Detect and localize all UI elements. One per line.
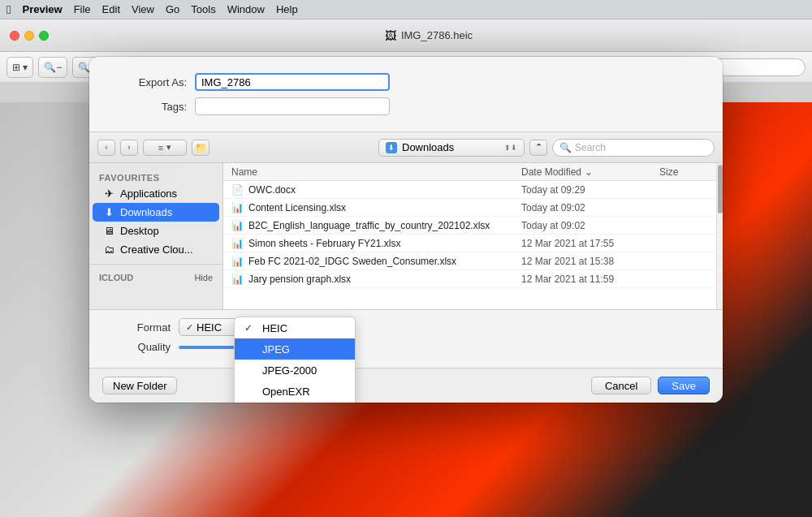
file-list-header: Name Date Modified ⌄ Size [223, 163, 716, 181]
menu-items: File Edit View Go Tools Window Help [74, 3, 298, 15]
jpeg-label: JPEG [262, 343, 290, 355]
save-dialog: Export As: Tags: ‹ › ≡ ▾ 📁 ⬇ Downloads ⬆… [89, 57, 723, 403]
icloud-header: iCloud Hide [89, 269, 222, 286]
format-row: Format ✓ HEIC ⬆⬇ ✓ HEIC JPEG JPEG-2000 [106, 318, 706, 336]
format-option-heic[interactable]: ✓ HEIC [235, 317, 355, 338]
apple-menu[interactable]:  [6, 2, 11, 16]
browser-search-icon: 🔍 [559, 142, 572, 153]
save-button[interactable]: Save [658, 377, 710, 394]
file-date: 12 Mar 2021 at 15:38 [521, 256, 659, 267]
heic-checkmark: ✓ [244, 322, 256, 334]
file-row[interactable]: 📊 Jary pension graph.xlsx 12 Mar 2021 at… [223, 270, 716, 288]
sidebar-item-downloads[interactable]: ⬇ Downloads [93, 203, 219, 222]
quality-label: Quality [106, 341, 171, 353]
menubar:  Preview File Edit View Go Tools Window… [0, 0, 812, 19]
menu-tools[interactable]: Tools [191, 3, 215, 15]
scrollbar[interactable] [716, 163, 723, 309]
location-chevron-icon: ⬆⬇ [504, 144, 517, 152]
location-dropdown[interactable]: ⬇ Downloads ⬆⬇ [378, 139, 525, 157]
minimize-button[interactable] [24, 31, 34, 41]
export-as-input[interactable] [195, 73, 390, 91]
file-icon-excel: 📊 [231, 238, 244, 249]
sidebar-item-applications[interactable]: ✈ Applications [93, 184, 219, 203]
expand-btn[interactable]: ⌃ [529, 140, 547, 156]
file-icon-excel: 📊 [231, 256, 244, 267]
menu-view[interactable]: View [132, 3, 154, 15]
hide-link[interactable]: Hide [194, 273, 213, 282]
file-row[interactable]: 📊 Content Licensing.xlsx Today at 09:02 [223, 199, 716, 217]
export-as-label: Export As: [106, 76, 187, 88]
tags-row: Tags: [106, 97, 706, 115]
new-folder-small-btn[interactable]: 📁 [192, 140, 209, 156]
menu-window[interactable]: Window [227, 3, 265, 15]
desktop-icon: 🖥 [102, 225, 115, 237]
window-title: IMG_2786.heic [401, 29, 473, 41]
menu-file[interactable]: File [74, 3, 91, 15]
sidebar-label-applications: Applications [120, 187, 177, 200]
sidebar-item-desktop[interactable]: 🖥 Desktop [93, 222, 219, 240]
file-name: Content Licensing.xlsx [248, 202, 521, 213]
maximize-button[interactable] [39, 31, 49, 41]
format-popup: ✓ HEIC JPEG JPEG-2000 OpenEXR PDF [234, 317, 356, 403]
file-icon-word: 📄 [231, 184, 244, 196]
tags-label: Tags: [106, 101, 187, 113]
sidebar-label-downloads: Downloads [120, 206, 172, 218]
downloads-icon: ⬇ [102, 206, 115, 218]
sort-arrow-icon: ⌄ [585, 166, 593, 178]
file-list: Name Date Modified ⌄ Size 📄 OWC.docx Tod… [223, 163, 716, 309]
format-option-jpeg2000[interactable]: JPEG-2000 [235, 360, 355, 381]
file-row[interactable]: 📊 Feb FC 2021-02_IDGC Sweden_Consumer.xl… [223, 252, 716, 270]
browser-search[interactable]: 🔍 Search [552, 139, 715, 157]
format-quality-area: Format ✓ HEIC ⬆⬇ ✓ HEIC JPEG JPEG-2000 [89, 309, 723, 368]
col-name-header: Name [231, 166, 521, 178]
forward-button[interactable]: › [120, 140, 138, 156]
sidebar: Favourites ✈ Applications ⬇ Downloads 🖥 … [89, 163, 223, 309]
menu-edit[interactable]: Edit [102, 3, 120, 15]
browser-columns: Favourites ✈ Applications ⬇ Downloads 🖥 … [89, 163, 723, 309]
view-options-btn[interactable]: ≡ ▾ [143, 140, 187, 156]
zoom-out-btn[interactable]: 🔍− [38, 57, 67, 78]
traffic-lights [10, 31, 49, 41]
file-icon-excel: 📊 [231, 220, 244, 231]
file-date: Today at 09:02 [521, 202, 659, 213]
tags-input[interactable] [195, 97, 390, 115]
dialog-header: Export As: Tags: [89, 57, 723, 131]
file-name: B2C_English_language_traffic_by_country_… [248, 220, 521, 231]
creative-cloud-icon: 🗂 [102, 243, 115, 256]
format-option-openexr[interactable]: OpenEXR [235, 381, 355, 402]
jpeg2000-label: JPEG-2000 [262, 364, 317, 377]
cancel-button[interactable]: Cancel [591, 377, 651, 394]
checkmark-icon: ✓ [186, 322, 193, 333]
scrollbar-thumb[interactable] [718, 165, 723, 213]
close-button[interactable] [10, 31, 19, 41]
file-name: Simon sheets - February FY21.xlsx [248, 238, 521, 249]
icloud-label: iCloud [99, 273, 133, 282]
sidebar-label-desktop: Desktop [120, 225, 159, 237]
format-option-jpeg[interactable]: JPEG [235, 338, 355, 360]
menu-help[interactable]: Help [276, 3, 298, 15]
format-current-value: HEIC [197, 321, 222, 334]
menu-go[interactable]: Go [166, 3, 179, 15]
file-name: Feb FC 2021-02_IDGC Sweden_Consumer.xlsx [248, 256, 521, 267]
applications-icon: ✈ [102, 187, 115, 200]
file-name: OWC.docx [248, 184, 521, 196]
sidebar-label-creative-cloud: Creative Clou... [120, 243, 193, 256]
file-date: Today at 09:29 [521, 184, 659, 196]
file-row[interactable]: 📊 Simon sheets - February FY21.xlsx 12 M… [223, 235, 716, 252]
sidebar-toggle-btn[interactable]: ⊞ ▾ [6, 57, 33, 78]
col-date-header: Date Modified ⌄ [521, 166, 659, 178]
app-name: Preview [22, 3, 62, 15]
file-name: Jary pension graph.xlsx [248, 274, 521, 285]
format-label: Format [106, 321, 171, 334]
file-row[interactable]: 📊 B2C_English_language_traffic_by_countr… [223, 217, 716, 235]
new-folder-button[interactable]: New Folder [102, 377, 177, 394]
file-row[interactable]: 📄 OWC.docx Today at 09:29 [223, 181, 716, 199]
downloads-folder-icon: ⬇ [386, 142, 397, 153]
heic-label: HEIC [262, 322, 287, 334]
file-browser: ‹ › ≡ ▾ 📁 ⬇ Downloads ⬆⬇ ⌃ 🔍 Search Favo… [89, 131, 723, 309]
sidebar-item-creative-cloud[interactable]: 🗂 Creative Clou... [93, 240, 219, 259]
format-option-pdf[interactable]: PDF [235, 402, 355, 403]
list-view-icon: ≡ [158, 143, 163, 153]
browser-toolbar: ‹ › ≡ ▾ 📁 ⬇ Downloads ⬆⬇ ⌃ 🔍 Search [89, 132, 723, 163]
back-button[interactable]: ‹ [97, 140, 115, 156]
